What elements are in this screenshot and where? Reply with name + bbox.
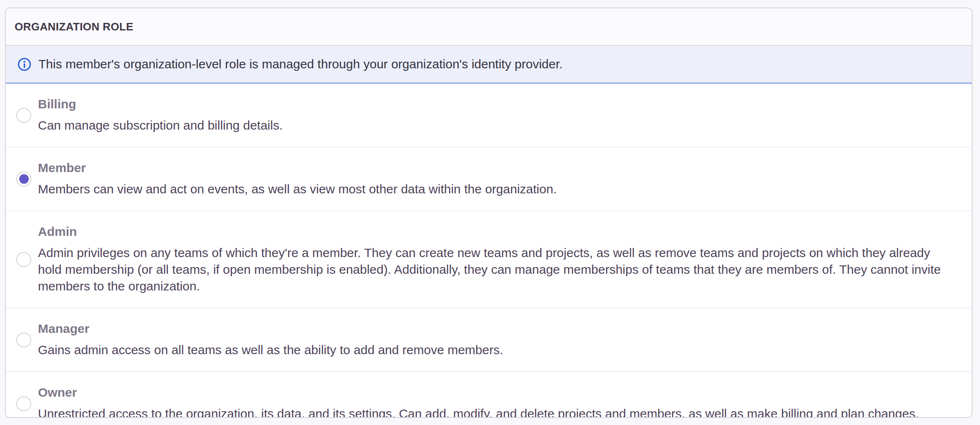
radio-manager[interactable] [16, 332, 31, 348]
role-description: Can manage subscription and billing deta… [38, 117, 955, 134]
radio-member[interactable] [16, 172, 31, 187]
radio-owner[interactable] [16, 396, 31, 411]
radio-dot [19, 110, 29, 120]
role-option-manager[interactable]: Manager Gains admin access on all teams … [6, 308, 972, 371]
role-title: Member [38, 160, 955, 175]
radio-dot [19, 255, 29, 264]
role-title: Admin [38, 224, 955, 239]
role-description: Members can view and act on events, as w… [38, 181, 955, 198]
panel-title: ORGANIZATION ROLE [15, 20, 133, 33]
radio-dot [19, 399, 29, 408]
role-option-member[interactable]: Member Members can view and act on event… [6, 147, 972, 210]
role-texts: Admin Admin privileges on any teams of w… [38, 224, 955, 295]
role-texts: Billing Can manage subscription and bill… [38, 97, 955, 134]
role-title: Billing [38, 97, 955, 112]
alert-text: This member's organization-level role is… [38, 57, 563, 71]
role-list: Billing Can manage subscription and bill… [6, 84, 972, 418]
role-option-billing[interactable]: Billing Can manage subscription and bill… [6, 84, 972, 147]
role-description: Unrestricted access to the organization,… [38, 405, 955, 418]
radio-dot [19, 335, 29, 345]
role-description: Gains admin access on all teams as well … [38, 342, 955, 358]
radio-billing[interactable] [16, 108, 31, 123]
role-texts: Member Members can view and act on event… [38, 160, 955, 198]
panel-header: ORGANIZATION ROLE [6, 8, 972, 46]
idp-managed-alert: This member's organization-level role is… [6, 46, 972, 84]
organization-role-panel: ORGANIZATION ROLE This member's organiza… [5, 8, 972, 418]
role-title: Manager [38, 321, 955, 336]
radio-dot [19, 174, 29, 184]
role-option-owner[interactable]: Owner Unrestricted access to the organiz… [6, 371, 972, 418]
radio-admin[interactable] [16, 252, 31, 267]
role-texts: Owner Unrestricted access to the organiz… [38, 385, 955, 418]
role-description: Admin privileges on any teams of which t… [38, 245, 955, 295]
role-option-admin[interactable]: Admin Admin privileges on any teams of w… [6, 210, 972, 308]
info-icon [18, 58, 31, 71]
role-title: Owner [38, 385, 955, 400]
role-texts: Manager Gains admin access on all teams … [38, 321, 955, 358]
